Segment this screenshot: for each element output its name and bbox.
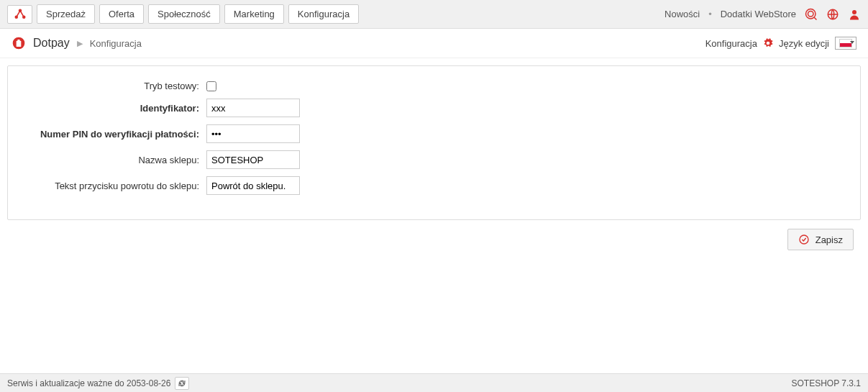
link-konfiguracja[interactable]: Konfiguracja <box>705 38 757 49</box>
check-circle-icon <box>798 234 810 245</box>
input-shop-name[interactable] <box>206 150 300 169</box>
language-select[interactable] <box>835 37 856 50</box>
lang-label: Język edycji <box>779 38 829 49</box>
breadcrumb: Dotpay ▶ Konfiguracja <box>12 36 142 50</box>
row-identifier: Identyfikator: <box>19 99 849 117</box>
row-shop-name: Nazwa sklepu: <box>19 150 849 169</box>
save-button-label: Zapisz <box>816 234 843 245</box>
form-panel: Tryb testowy: Identyfikator: Numer PIN d… <box>7 65 861 220</box>
nav-spolecznosc[interactable]: Społeczność <box>148 4 220 24</box>
nav-sprzedaz[interactable]: Sprzedaż <box>37 4 95 24</box>
version-text: SOTESHOP 7.3.1 <box>792 378 862 388</box>
nav-oferta[interactable]: Oferta <box>99 4 144 24</box>
refresh-button[interactable] <box>175 377 189 390</box>
row-return-text: Tekst przycisku powrotu do sklepu: <box>19 176 849 195</box>
gear-icon[interactable] <box>763 38 773 48</box>
row-test-mode: Tryb testowy: <box>19 81 849 91</box>
input-test-mode[interactable] <box>206 81 216 91</box>
page-title: Dotpay <box>33 37 70 50</box>
link-addons[interactable]: Dodatki WebStore <box>721 9 796 19</box>
label-test-mode: Tryb testowy: <box>19 81 206 91</box>
module-icon <box>12 36 26 50</box>
search-icon[interactable] <box>805 8 818 21</box>
input-pin[interactable] <box>206 124 300 143</box>
input-identifier[interactable] <box>206 99 300 117</box>
logo-button[interactable] <box>7 5 32 24</box>
service-text: Serwis i aktualizacje ważne do 2053-08-2… <box>7 378 170 388</box>
logo-icon <box>14 8 27 21</box>
breadcrumb-sub: Konfiguracja <box>90 38 142 49</box>
save-button[interactable]: Zapisz <box>787 229 854 250</box>
input-return-text[interactable] <box>206 176 300 195</box>
subheader-right: Konfiguracja Język edycji <box>705 37 856 50</box>
separator: • <box>708 9 712 19</box>
topbar-left: Sprzedaż Oferta Społeczność Marketing Ko… <box>7 4 359 24</box>
label-return-text: Tekst przycisku powrotu do sklepu: <box>19 181 206 191</box>
globe-icon[interactable] <box>826 8 839 21</box>
nav-marketing[interactable]: Marketing <box>224 4 284 24</box>
topbar-right: Nowości • Dodatki WebStore <box>664 8 861 21</box>
label-pin: Numer PIN do weryfikacji płatności: <box>19 129 206 140</box>
svg-rect-10 <box>17 40 19 42</box>
chevron-down-icon <box>850 41 854 44</box>
chevron-right-icon: ▶ <box>77 39 83 48</box>
link-news[interactable]: Nowości <box>664 9 700 19</box>
svg-point-11 <box>800 235 808 244</box>
label-shop-name: Nazwa sklepu: <box>19 155 206 165</box>
footer-left: Serwis i aktualizacje ważne do 2053-08-2… <box>7 377 189 390</box>
topbar: Sprzedaż Oferta Społeczność Marketing Ko… <box>0 0 868 29</box>
content: Tryb testowy: Identyfikator: Numer PIN d… <box>0 58 868 250</box>
footer: Serwis i aktualizacje ważne do 2053-08-2… <box>0 373 868 392</box>
subheader: Dotpay ▶ Konfiguracja Konfiguracja Język… <box>0 29 868 58</box>
nav-konfiguracja[interactable]: Konfiguracja <box>288 4 359 24</box>
svg-line-5 <box>814 17 817 19</box>
action-bar: Zapisz <box>7 220 861 250</box>
refresh-icon <box>178 379 186 388</box>
row-pin: Numer PIN do weryfikacji płatności: <box>19 124 849 143</box>
user-icon[interactable] <box>848 8 861 21</box>
label-identifier: Identyfikator: <box>19 103 206 114</box>
svg-point-4 <box>808 11 814 17</box>
svg-point-7 <box>852 10 856 14</box>
